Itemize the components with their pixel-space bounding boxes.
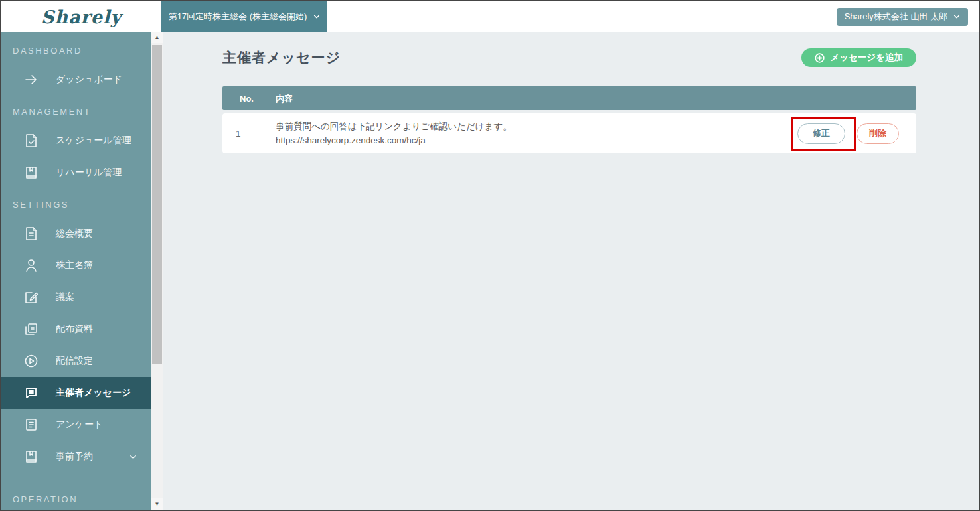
sidebar-item-schedule[interactable]: スケジュール管理 bbox=[1, 125, 151, 157]
sidebar-item-shareholder-register[interactable]: 株主名簿 bbox=[1, 250, 151, 281]
sidebar-item-streaming-settings[interactable]: 配信設定 bbox=[1, 345, 151, 377]
sidebar-item-label: 配信設定 bbox=[56, 355, 93, 367]
top-bar: Sharely 第17回定時株主総会 (株主総会開始) Sharely株式会社 … bbox=[1, 1, 979, 32]
chevron-down-icon bbox=[129, 453, 137, 461]
topbar-spacer bbox=[327, 1, 837, 32]
sidebar-item-label: 主催者メッセージ bbox=[56, 387, 131, 399]
message-text: 事前質問への回答は下記リンクよりご確認いただけます。 bbox=[276, 119, 797, 133]
sidebar-item-label: 事前予約 bbox=[56, 451, 93, 463]
main-content: 主催者メッセージ メッセージを追加 No. 内容 1 事前質問への回答は下記リン… bbox=[163, 32, 979, 510]
person-icon bbox=[24, 258, 39, 273]
sidebar-item-label: 総会概要 bbox=[56, 228, 93, 240]
body-row: DASHBOARD ダッシュボード MANAGEMENT スケジュール管理 リハ… bbox=[1, 32, 979, 510]
sidebar-item-survey[interactable]: アンケート bbox=[1, 409, 151, 441]
table-row: 1 事前質問への回答は下記リンクよりご確認いただけます。 https://sha… bbox=[222, 113, 916, 153]
message-table: No. 内容 1 事前質問への回答は下記リンクよりご確認いただけます。 http… bbox=[222, 86, 916, 153]
document-lines-icon bbox=[24, 226, 39, 241]
sidebar-item-label: アンケート bbox=[56, 419, 103, 431]
scrollbar-thumb[interactable] bbox=[152, 45, 162, 364]
sharely-logo: Sharely bbox=[41, 7, 122, 27]
sidebar-item-label: ダッシュボード bbox=[56, 74, 122, 86]
triangle-down-icon[interactable]: ▼ bbox=[151, 498, 163, 510]
chevron-down-icon bbox=[313, 13, 320, 20]
add-message-button[interactable]: メッセージを追加 bbox=[801, 48, 916, 67]
user-menu-dropdown[interactable]: Sharely株式会社 山田 太郎 bbox=[837, 8, 968, 26]
book-icon bbox=[24, 449, 39, 464]
sidebar-item-meeting-overview[interactable]: 総会概要 bbox=[1, 218, 151, 250]
sidebar: DASHBOARD ダッシュボード MANAGEMENT スケジュール管理 リハ… bbox=[1, 32, 163, 510]
sidebar-item-label: 配布資料 bbox=[56, 323, 93, 335]
message-url: https://sharelycorp.zendesk.com/hc/ja bbox=[276, 133, 797, 147]
speech-bubble-icon bbox=[24, 386, 39, 400]
play-circle-icon bbox=[24, 354, 39, 368]
row-content: 事前質問への回答は下記リンクよりご確認いただけます。 https://share… bbox=[276, 119, 797, 147]
app-window: Sharely 第17回定時株主総会 (株主総会開始) Sharely株式会社 … bbox=[0, 0, 980, 511]
sidebar-section-operation: OPERATION bbox=[1, 486, 151, 510]
delete-button[interactable]: 削除 bbox=[857, 123, 899, 144]
edit-pencil-icon bbox=[24, 290, 39, 305]
column-header-content: 内容 bbox=[276, 92, 916, 106]
sidebar-item-label: 議案 bbox=[56, 291, 74, 303]
edit-button[interactable]: 修正 bbox=[797, 123, 845, 144]
sidebar-item-label: 株主名簿 bbox=[56, 259, 93, 271]
triangle-up-icon[interactable]: ▲ bbox=[151, 32, 163, 43]
add-message-label: メッセージを追加 bbox=[830, 52, 903, 64]
book-icon bbox=[24, 165, 39, 180]
logo-area: Sharely bbox=[1, 1, 161, 32]
arrow-right-icon bbox=[24, 72, 39, 87]
row-number: 1 bbox=[222, 129, 276, 139]
table-header-row: No. 内容 bbox=[222, 86, 916, 110]
row-actions: 修正 削除 bbox=[797, 123, 916, 144]
sidebar-scrollbar[interactable]: ▲ ▼ bbox=[151, 32, 163, 510]
sidebar-item-materials[interactable]: 配布資料 bbox=[1, 313, 151, 345]
sidebar-item-advance-reservation[interactable]: 事前予約 bbox=[1, 441, 151, 473]
sidebar-item-label: スケジュール管理 bbox=[56, 135, 131, 147]
sidebar-section-dashboard: DASHBOARD bbox=[1, 37, 151, 64]
page-title: 主催者メッセージ bbox=[222, 48, 341, 67]
content-header: 主催者メッセージ メッセージを追加 bbox=[222, 48, 916, 67]
copy-icon bbox=[24, 322, 39, 336]
sidebar-item-agenda[interactable]: 議案 bbox=[1, 281, 151, 313]
list-document-icon bbox=[24, 417, 39, 432]
sidebar-item-rehearsal[interactable]: リハーサル管理 bbox=[1, 157, 151, 188]
meeting-selector-label: 第17回定時株主総会 (株主総会開始) bbox=[169, 11, 307, 23]
sidebar-item-dashboard[interactable]: ダッシュボード bbox=[1, 64, 151, 96]
column-header-no: No. bbox=[222, 94, 276, 104]
sidebar-item-label: リハーサル管理 bbox=[56, 167, 122, 179]
document-check-icon bbox=[24, 133, 39, 148]
meeting-selector-dropdown[interactable]: 第17回定時株主総会 (株主総会開始) bbox=[161, 1, 327, 32]
chevron-down-icon bbox=[953, 13, 960, 20]
sidebar-item-organizer-message[interactable]: 主催者メッセージ bbox=[1, 377, 151, 409]
plus-circle-icon bbox=[815, 53, 825, 63]
sidebar-section-management: MANAGEMENT bbox=[1, 98, 151, 125]
user-menu-label: Sharely株式会社 山田 太郎 bbox=[845, 11, 947, 23]
sidebar-section-settings: SETTINGS bbox=[1, 191, 151, 218]
